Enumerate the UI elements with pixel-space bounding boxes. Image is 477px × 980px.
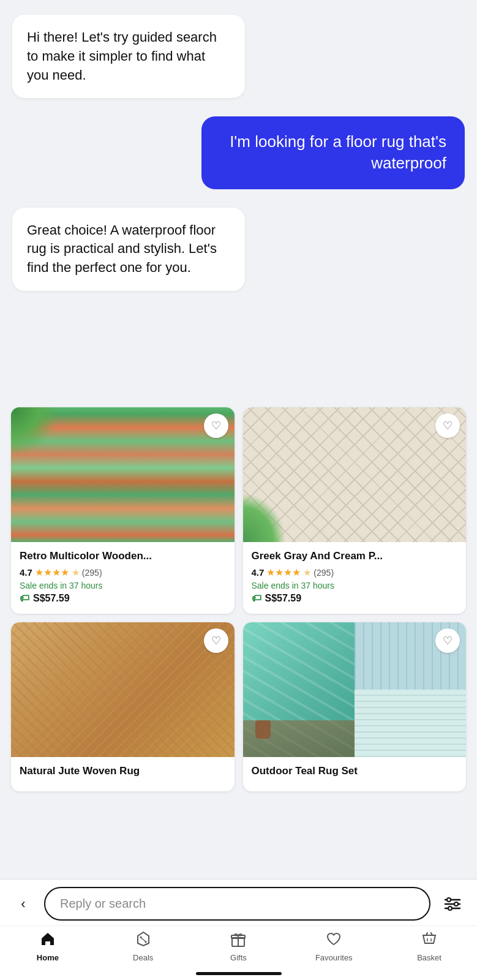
back-button[interactable]: ‹ [10,891,37,918]
tab-deals[interactable]: Deals [122,931,165,962]
price-2: S$57.59 [265,593,302,604]
product-name-1: Retro Multicolor Wooden... [20,549,226,563]
price-row-1: 🏷 S$57.59 [20,593,226,604]
product-image-3 [11,622,235,757]
half-star-1: ★ [72,567,80,578]
sale-text-2: Sale ends in 37 hours [252,581,458,590]
product-card-1[interactable]: ♡ Retro Multicolor Wooden... 4.7 ★★★★★ (… [11,407,235,614]
svg-point-4 [454,902,458,906]
tab-bar: Home Deals [0,925,477,972]
product-card-3[interactable]: ♡ Natural Jute Woven Rug [11,622,235,791]
stars-2: ★★★★ [266,567,301,578]
tab-deals-label: Deals [133,953,153,962]
product-info-2: Greek Gray And Cream P... 4.7 ★★★★★ (295… [243,542,467,614]
favourite-button-1[interactable]: ♡ [204,413,228,438]
search-placeholder: Reply or search [60,897,146,910]
favourite-button-3[interactable]: ♡ [204,628,228,653]
price-tag-icon-2: 🏷 [252,593,261,604]
leaf-decoration [11,407,60,456]
user-message-text: I'm looking for a floor rug that's water… [230,132,446,172]
chat-area: Hi there! Let's try guided search to mak… [0,0,477,407]
product-image-4 [243,622,467,757]
tab-favourites-label: Favourites [315,953,353,962]
jute-texture [11,622,235,757]
teal-sub-image-2 [355,690,466,757]
product-name-2: Greek Gray And Cream P... [252,549,458,563]
home-indicator [196,972,282,975]
svg-point-3 [447,898,451,902]
back-icon: ‹ [21,896,25,912]
tab-home[interactable]: Home [26,931,69,962]
bot-greeting-text: Hi there! Let's try guided search to mak… [27,29,217,83]
pot-decoration [255,720,271,739]
filter-button[interactable] [438,889,467,919]
tab-home-label: Home [37,953,59,962]
product-info-4: Outdoor Teal Rug Set [243,757,467,791]
bot-greeting-bubble: Hi there! Let's try guided search to mak… [12,15,245,98]
svg-point-7 [140,937,141,938]
product-info-3: Natural Jute Woven Rug [11,757,235,791]
product-grid-section: ♡ Retro Multicolor Wooden... 4.7 ★★★★★ (… [0,407,477,791]
home-icon [40,931,56,951]
favourite-button-4[interactable]: ♡ [435,628,460,653]
product-name-3: Natural Jute Woven Rug [20,764,226,778]
search-input[interactable]: Reply or search [44,887,430,921]
filter-icon [444,897,461,911]
rating-row-2: 4.7 ★★★★★ (295) [252,567,458,578]
favourites-icon [326,931,342,951]
product-info-1: Retro Multicolor Wooden... 4.7 ★★★★★ (29… [11,542,235,614]
product-image-1 [11,407,235,542]
tab-gifts[interactable]: Gifts [217,931,260,962]
product-image-2 [243,407,467,542]
tab-basket-label: Basket [417,953,441,962]
bot-response-bubble: Great choice! A waterproof floor rug is … [12,208,245,291]
search-row: ‹ Reply or search [0,880,477,925]
half-star-2: ★ [303,567,311,578]
tab-basket[interactable]: Basket [408,931,451,962]
teal-main-image [243,622,355,757]
bot-response-text: Great choice! A waterproof floor rug is … [27,222,217,276]
product-card-2[interactable]: ♡ Greek Gray And Cream P... 4.7 ★★★★★ (2… [243,407,467,614]
price-row-2: 🏷 S$57.59 [252,593,458,604]
deals-icon [135,931,151,951]
favourite-button-2[interactable]: ♡ [435,413,460,438]
tab-gifts-label: Gifts [230,953,247,962]
user-message-bubble: I'm looking for a floor rug that's water… [201,116,465,189]
review-count-1: (295) [82,568,102,578]
price-1: S$57.59 [33,593,70,604]
sale-text-1: Sale ends in 37 hours [20,581,226,590]
gifts-icon [230,931,246,951]
bottom-bar: ‹ Reply or search Home [0,879,477,980]
stars-1: ★★★★ [35,567,69,578]
basket-icon [421,931,437,951]
review-count-2: (295) [314,568,334,578]
svg-point-8 [145,941,146,943]
leaf-decoration-2 [243,493,286,542]
price-tag-icon-1: 🏷 [20,593,29,604]
svg-point-5 [448,907,452,910]
product-name-4: Outdoor Teal Rug Set [252,764,458,778]
rating-number-2: 4.7 [252,567,265,578]
product-card-4[interactable]: ♡ Outdoor Teal Rug Set [243,622,467,791]
product-grid: ♡ Retro Multicolor Wooden... 4.7 ★★★★★ (… [11,407,466,791]
rating-row-1: 4.7 ★★★★★ (295) [20,567,226,578]
tab-favourites[interactable]: Favourites [312,931,355,962]
rating-number-1: 4.7 [20,567,32,578]
